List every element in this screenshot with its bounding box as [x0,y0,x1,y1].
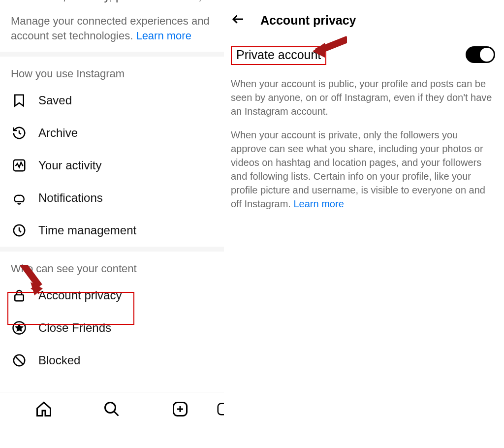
bookmark-icon [11,92,28,109]
toggle-knob [480,48,494,62]
page-title: Account privacy [260,13,356,28]
lock-icon [11,287,28,304]
clock-icon [11,222,28,239]
sidebar-item-label: Time management [38,224,136,237]
nav-search-icon[interactable] [102,400,121,418]
back-button[interactable] [231,12,246,29]
sidebar-item-label: Saved [38,94,72,107]
learn-more-link[interactable]: Learn more [293,198,344,209]
sidebar-item-label: Close Friends [38,321,111,335]
truncated-header-text: Password, security, personal details, ad [0,0,224,3]
archive-icon [11,125,28,141]
sidebar-item-label: Archive [38,126,78,140]
sidebar-item-notifications[interactable]: Notifications [0,182,224,214]
section-divider [0,52,224,57]
sidebar-item-label: Your activity [38,159,102,172]
sidebar-item-privacy[interactable]: Account privacy [0,279,224,312]
svg-point-5 [105,402,116,413]
nav-home-icon[interactable] [34,400,53,418]
svg-rect-7 [218,403,224,415]
svg-rect-2 [15,295,24,301]
accounts-center-description: Manage your connected experiences and ac… [0,3,224,52]
nav-reels-icon[interactable] [216,400,224,418]
sidebar-item-label: Blocked [38,353,80,367]
private-account-label: Private account [233,47,324,63]
activity-icon [11,157,28,174]
sidebar-item-time[interactable]: Time management [0,214,224,247]
learn-more-link[interactable]: Learn more [136,30,191,42]
bottom-nav [0,392,224,425]
sidebar-item-label: Notifications [38,191,103,205]
privacy-description-public: When your account is public, your profil… [231,77,495,118]
sidebar-item-close-friends[interactable]: Close Friends [0,312,224,344]
section-divider [0,247,224,252]
nav-create-icon[interactable] [171,400,189,418]
sidebar-item-label: Account privacy [38,288,122,302]
sidebar-item-activity[interactable]: Your activity [0,149,224,182]
annotation-highlight-private: Private account [231,46,326,65]
private-account-toggle[interactable] [466,46,495,63]
sidebar-item-blocked[interactable]: Blocked [0,344,224,377]
sidebar-item-saved[interactable]: Saved [0,84,224,117]
section-header-usage: How you use Instagram [0,57,224,84]
blocked-icon [11,352,28,369]
sidebar-item-archive[interactable]: Archive [0,117,224,149]
star-circle-icon [11,320,28,336]
privacy-description-private: When your account is private, only the f… [231,128,495,211]
section-header-visibility: Who can see your content [0,252,224,279]
bell-icon [11,190,28,206]
